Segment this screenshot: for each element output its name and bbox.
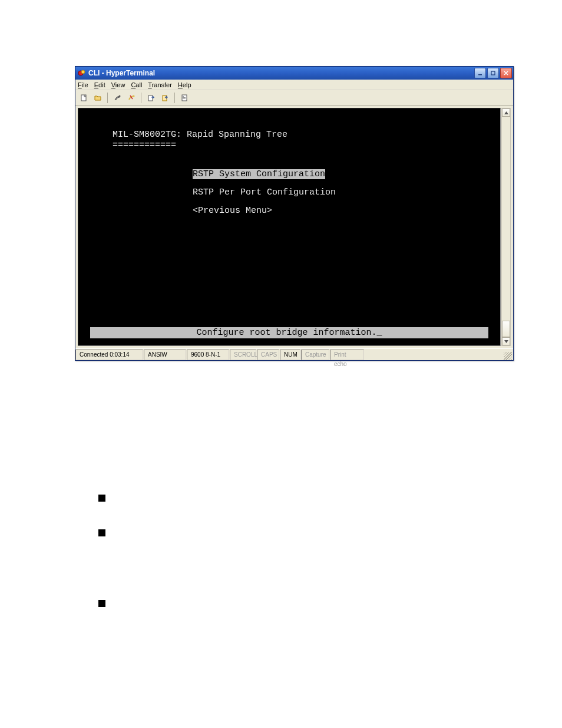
- menu-call[interactable]: Call: [131, 81, 142, 88]
- status-connected: Connected 0:03:14: [75, 350, 143, 360]
- bullet-icon: [98, 495, 105, 502]
- disconnect-icon[interactable]: [125, 92, 137, 104]
- svg-rect-2: [478, 74, 482, 75]
- svg-rect-11: [183, 97, 186, 98]
- terminal-menu-item-previous[interactable]: <Previous Menu>: [193, 202, 336, 220]
- status-capture: Capture: [301, 350, 329, 360]
- svg-rect-7: [148, 95, 153, 101]
- status-emulation: ANSIW: [144, 350, 186, 360]
- svg-rect-3: [491, 71, 495, 75]
- svg-rect-12: [183, 98, 186, 99]
- send-icon[interactable]: [145, 92, 157, 104]
- menu-file[interactable]: File: [78, 81, 88, 88]
- toolbar: [75, 90, 513, 106]
- terminal[interactable]: MIL-SM8002TG: Rapid Spanning Tree ======…: [78, 108, 501, 346]
- connect-icon[interactable]: [111, 92, 123, 104]
- maximize-button[interactable]: [487, 68, 499, 78]
- terminal-header: MIL-SM8002TG: Rapid Spanning Tree: [113, 130, 287, 140]
- close-button[interactable]: [500, 68, 512, 78]
- bullet-icon: [98, 600, 105, 607]
- svg-point-6: [133, 95, 135, 97]
- scroll-up-button[interactable]: [502, 108, 510, 117]
- bullet-icon: [98, 529, 105, 536]
- toolbar-separator-3: [174, 93, 175, 103]
- vertical-scrollbar[interactable]: [501, 108, 511, 346]
- status-num: NUM: [280, 350, 300, 360]
- terminal-wrap: MIL-SM8002TG: Rapid Spanning Tree ======…: [75, 106, 513, 348]
- terminal-status-line: Configure root bridge information.: [90, 327, 488, 338]
- toolbar-separator: [107, 93, 108, 103]
- new-file-icon[interactable]: [78, 92, 90, 104]
- menu-edit[interactable]: Edit: [94, 81, 105, 88]
- properties-icon[interactable]: [178, 92, 190, 104]
- hyperterminal-window: CLI - HyperTerminal File Edit View Call …: [75, 66, 514, 361]
- receive-icon[interactable]: [159, 92, 171, 104]
- terminal-menu: RSTP System Configuration RSTP Per Port …: [193, 165, 336, 220]
- svg-rect-10: [183, 96, 184, 97]
- svg-point-5: [119, 95, 121, 97]
- terminal-menu-item-rstp-port[interactable]: RSTP Per Port Configuration: [193, 183, 336, 202]
- scroll-down-button[interactable]: [502, 337, 510, 345]
- titlebar: CLI - HyperTerminal: [75, 67, 513, 80]
- window-buttons: [474, 68, 512, 78]
- terminal-header-underline: ============: [113, 140, 176, 150]
- minimize-button[interactable]: [474, 68, 486, 78]
- terminal-menu-item-rstp-system[interactable]: RSTP System Configuration: [193, 165, 336, 183]
- open-file-icon[interactable]: [92, 92, 104, 104]
- svg-point-1: [81, 70, 85, 74]
- status-printecho: Print echo: [330, 350, 364, 360]
- app-icon: [78, 69, 86, 77]
- window-title: CLI - HyperTerminal: [88, 69, 474, 77]
- status-scroll: SCROLL: [230, 350, 256, 360]
- scroll-thumb[interactable]: [502, 321, 510, 337]
- resize-grip-icon[interactable]: [504, 352, 512, 360]
- statusbar: Connected 0:03:14 ANSIW 9600 8-N-1 SCROL…: [75, 348, 513, 360]
- menu-transfer[interactable]: Transfer: [148, 81, 172, 88]
- status-settings: 9600 8-N-1: [187, 350, 229, 360]
- menubar: File Edit View Call Transfer Help: [75, 80, 513, 90]
- toolbar-separator-2: [141, 93, 141, 103]
- menu-view[interactable]: View: [111, 81, 125, 88]
- menu-help[interactable]: Help: [178, 81, 191, 88]
- status-caps: CAPS: [257, 350, 279, 360]
